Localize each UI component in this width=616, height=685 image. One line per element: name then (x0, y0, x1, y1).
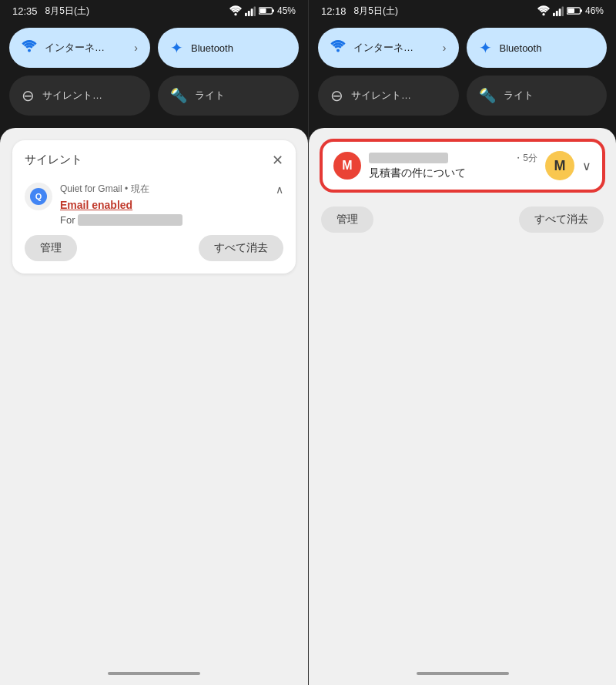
right-quick-settings: インターネット・・ › ✦ Bluetooth ⊖ サイレントモ・・ 🔦 ライト (309, 22, 616, 125)
svg-rect-18 (567, 8, 574, 13)
svg-rect-15 (562, 6, 564, 16)
flashlight-tile-icon: 🔦 (170, 87, 187, 104)
left-internet-label: インターネット・・ (45, 41, 114, 55)
svg-text:Q: Q (35, 192, 42, 201)
right-signal-icon (553, 5, 564, 16)
right-qs-row1: インターネット・・ › ✦ Bluetooth (318, 28, 607, 68)
right-notif-sender (369, 153, 448, 163)
right-status-bar: 12:18 8月5日(土) 46% (309, 0, 616, 22)
right-phone-panel: 12:18 8月5日(土) 46% (308, 0, 616, 685)
right-time: 12:18 (321, 5, 346, 17)
battery-icon (259, 6, 274, 15)
svg-rect-2 (248, 11, 250, 16)
left-notif-expand[interactable]: ∧ (276, 183, 283, 196)
right-bluetooth-tile-icon: ✦ (479, 39, 492, 57)
left-flashlight-tile[interactable]: 🔦 ライト (158, 76, 299, 116)
right-wifi-tile-icon (330, 40, 346, 56)
left-notif-item: Q Quiet for Gmail • 現在 ∧ Email enabled F… (25, 176, 283, 232)
right-flashlight-label: ライト (504, 89, 534, 102)
left-qs-row1: インターネット・・ › ✦ Bluetooth (9, 28, 299, 68)
svg-rect-3 (251, 8, 253, 16)
right-internet-arrow[interactable]: › (443, 42, 447, 54)
right-notif-avatar: M (545, 151, 574, 180)
right-notif-actions: 管理 すべて消去 (321, 207, 604, 233)
right-bluetooth-label: Bluetooth (500, 42, 542, 54)
left-quick-settings: インターネット・・ › ✦ Bluetooth ⊖ サイレントモ・・ 🔦 ライト (0, 22, 308, 125)
left-silent-label: サイレントモ・・ (42, 89, 112, 102)
right-bottom-indicator (417, 672, 509, 675)
wifi-tile-icon (22, 40, 37, 56)
left-notification-area: サイレント ✕ Q Quiet for Gmail • 現在 ∧ (0, 128, 308, 662)
svg-rect-14 (559, 8, 561, 16)
right-clear-button[interactable]: すべて消去 (519, 207, 604, 233)
left-notif-close[interactable]: ✕ (272, 153, 283, 167)
left-notif-app-name: Quiet for Gmail • 現在 (60, 183, 149, 196)
right-status-left: 12:18 8月5日(土) (321, 5, 398, 18)
right-silent-tile-icon: ⊖ (330, 86, 343, 105)
right-gmail-notification[interactable]: M ・5分 見積書の件について M ∨ (321, 140, 604, 191)
left-notif-content: Quiet for Gmail • 現在 ∧ Email enabled For… (60, 183, 283, 226)
left-date: 8月5日(土) (45, 5, 89, 18)
quiet-gmail-icon: Q (30, 188, 47, 205)
right-flashlight-tile-icon: 🔦 (479, 87, 496, 104)
right-silent-label: サイレントモ・・ (351, 89, 420, 102)
wifi-icon (229, 5, 242, 16)
left-status-right: 45% (229, 5, 296, 16)
svg-rect-12 (553, 13, 555, 16)
right-sender-blurred (369, 153, 448, 163)
left-bluetooth-tile[interactable]: ✦ Bluetooth (158, 28, 299, 68)
left-manage-button[interactable]: 管理 (25, 235, 77, 261)
left-notif-sub-text: For ●●●●●●●@gmail.com (60, 214, 283, 226)
right-notif-top: ・5分 (369, 152, 537, 165)
svg-point-11 (542, 13, 544, 15)
right-bottom-bar (309, 662, 616, 685)
left-notif-title: サイレント (25, 153, 82, 167)
left-notif-actions: 管理 すべて消去 (25, 235, 283, 261)
right-silent-tile[interactable]: ⊖ サイレントモ・・ (318, 76, 459, 116)
left-qs-row2: ⊖ サイレントモ・・ 🔦 ライト (9, 76, 299, 116)
right-flashlight-tile[interactable]: 🔦 ライト (467, 76, 608, 116)
svg-rect-4 (254, 6, 256, 16)
svg-rect-6 (273, 9, 274, 12)
bluetooth-tile-icon: ✦ (170, 39, 183, 57)
right-notif-content: ・5分 見積書の件について (369, 152, 537, 180)
left-status-bar: 12:35 8月5日(土) 45 (0, 0, 308, 22)
signal-icon (245, 5, 256, 16)
svg-rect-1 (245, 13, 247, 16)
right-bluetooth-tile[interactable]: ✦ Bluetooth (467, 28, 608, 68)
left-notif-app-line: Quiet for Gmail • 現在 ∧ (60, 183, 283, 196)
right-battery-icon (567, 6, 582, 15)
left-bottom-indicator (108, 672, 200, 675)
left-notif-icon: Q (25, 183, 52, 210)
left-bottom-bar (0, 662, 308, 685)
svg-point-0 (234, 13, 236, 15)
svg-rect-7 (259, 8, 266, 13)
right-manage-button[interactable]: 管理 (321, 207, 373, 233)
right-qs-row2: ⊖ サイレントモ・・ 🔦 ライト (318, 76, 607, 116)
left-silent-tile[interactable]: ⊖ サイレントモ・・ (9, 76, 150, 116)
silent-tile-icon: ⊖ (22, 86, 35, 105)
left-status-left: 12:35 8月5日(土) (12, 5, 89, 18)
left-notif-panel: サイレント ✕ Q Quiet for Gmail • 現在 ∧ (12, 140, 296, 274)
right-notif-subject: 見積書の件について (369, 166, 537, 180)
left-clear-button[interactable]: すべて消去 (199, 235, 283, 261)
svg-rect-13 (556, 11, 558, 16)
right-avatar-letter: M (554, 158, 566, 174)
left-notif-header: サイレント ✕ (25, 153, 283, 167)
right-notif-chevron[interactable]: ∨ (582, 159, 591, 173)
svg-point-8 (28, 49, 31, 52)
right-date: 8月5日(土) (354, 5, 398, 18)
left-internet-tile[interactable]: インターネット・・ › (9, 28, 150, 68)
gmail-app-icon: M (333, 152, 361, 180)
svg-rect-17 (581, 9, 582, 12)
left-notif-for-prefix: For (60, 214, 78, 226)
left-notif-main-text: Email enabled (60, 199, 283, 211)
right-internet-tile[interactable]: インターネット・・ › (318, 28, 459, 68)
right-battery: 46% (585, 5, 604, 16)
left-internet-arrow[interactable]: › (134, 42, 138, 54)
right-notification-area: M ・5分 見積書の件について M ∨ 管理 すべて消去 (309, 128, 616, 662)
right-status-right: 46% (537, 5, 604, 16)
left-flashlight-label: ライト (195, 89, 225, 102)
svg-point-19 (336, 49, 340, 52)
left-bluetooth-label: Bluetooth (191, 42, 233, 54)
